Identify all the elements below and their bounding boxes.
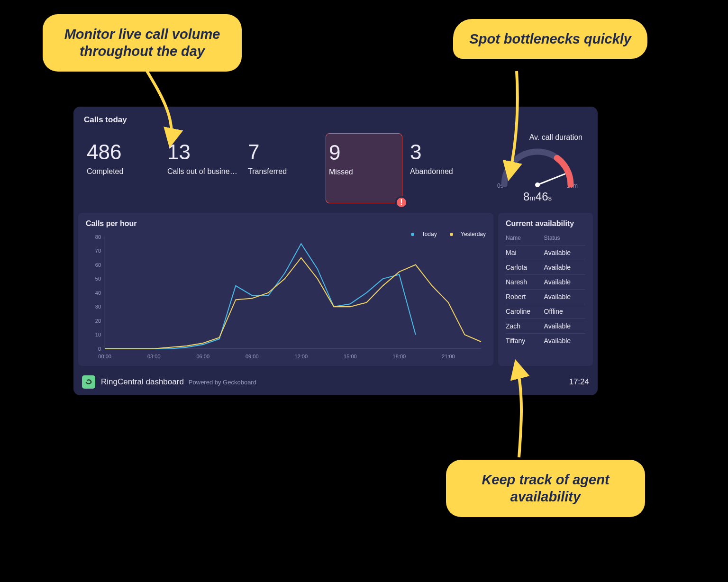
agent-name: Robert [506,290,544,304]
gauge-reading: 8m46s [523,190,552,203]
agent-status: Available [544,334,585,348]
footer-title: RingCentral dashboard [101,377,184,387]
svg-text:21:00: 21:00 [442,353,455,359]
agent-status: Available [544,246,585,260]
legend-today: Today [405,231,437,237]
stat-value: 486 [87,142,157,163]
availability-panel: Current availability Name Status MaiAvai… [498,213,593,366]
table-row: CarlotaAvailable [506,260,585,275]
availability-table: Name Status MaiAvailableCarlotaAvailable… [506,232,585,348]
agent-status: Available [544,319,585,334]
table-row: NareshAvailable [506,275,585,290]
chart-legend: Today Yesterday [400,231,486,237]
lower-row: Calls per hour Today Yesterday 010203040… [73,213,598,371]
callout-monitor: Monitor live call volume throughout the … [43,14,242,72]
stat-label: Missed [329,168,399,176]
table-row: ZachAvailable [506,319,585,334]
stat-missed: 9 Missed ! [326,133,402,203]
agent-status: Available [544,290,585,304]
svg-text:06:00: 06:00 [196,353,209,359]
svg-text:0: 0 [98,346,101,352]
callout-bottlenecks: Spot bottlenecks quickly [453,19,647,59]
stat-label: Completed [87,167,157,176]
svg-line-0 [537,174,565,185]
svg-text:00:00: 00:00 [98,353,111,359]
gauge-arc [497,145,578,187]
callout-availability: Keep track of agent availability [446,460,645,517]
stat-completed: 486 Completed [84,133,160,203]
agent-status: Available [544,275,585,290]
brand-icon [82,375,95,389]
dashboard-card: Calls today 486 Completed 13 Calls out o… [73,107,598,395]
availability-title: Current availability [506,219,585,228]
svg-text:20: 20 [95,318,101,324]
stat-out-of-business: 13 Calls out of busine… [164,133,240,203]
stats-row: 486 Completed 13 Calls out of busine… 7 … [73,128,598,213]
calls-today-title: Calls today [73,107,598,128]
agent-name: Mai [506,246,544,260]
stat-value: 13 [167,142,237,163]
chart-title: Calls per hour [86,219,486,228]
legend-yesterday: Yesterday [444,231,486,237]
agent-status: Available [544,260,585,275]
board-footer: RingCentral dashboard Powered by Geckobo… [73,371,598,395]
agent-name: Caroline [506,304,544,319]
stat-value: 7 [248,142,318,163]
svg-text:10: 10 [95,332,101,337]
stat-label: Abandonned [410,167,480,176]
footer-clock: 17:24 [569,377,589,387]
svg-text:03:00: 03:00 [147,353,161,359]
svg-text:15:00: 15:00 [344,353,357,359]
table-row: CarolineOffline [506,304,585,319]
svg-text:70: 70 [95,248,101,254]
gauge-title: Av. call duration [529,133,582,142]
svg-point-1 [535,182,540,187]
footer-powered: Powered by Geckoboard [189,379,256,386]
calls-per-hour-chart: Calls per hour Today Yesterday 010203040… [78,213,493,366]
agent-name: Tiffany [506,334,544,348]
svg-text:50: 50 [95,276,101,282]
agent-name: Carlota [506,260,544,275]
svg-text:80: 80 [95,234,101,239]
table-row: MaiAvailable [506,246,585,260]
avg-call-duration-gauge: Av. call duration 0s 10m 8m46s [488,133,587,203]
table-row: RobertAvailable [506,290,585,304]
agent-status: Offline [544,304,585,319]
col-status: Status [544,232,585,246]
col-name: Name [506,232,544,246]
svg-text:40: 40 [95,290,101,296]
svg-text:09:00: 09:00 [246,353,259,359]
chart-plot: 0102030405060708000:0003:0006:0009:0012:… [86,232,486,361]
stat-label: Transferred [248,167,318,176]
stat-value: 9 [329,142,399,163]
svg-text:18:00: 18:00 [393,353,406,359]
stat-value: 3 [410,142,480,163]
svg-text:30: 30 [95,304,101,309]
agent-name: Zach [506,319,544,334]
stat-label: Calls out of busine… [167,167,237,176]
agent-name: Naresh [506,275,544,290]
alert-icon: ! [395,196,408,209]
stat-abandoned: 3 Abandonned [407,133,483,203]
svg-text:60: 60 [95,262,101,268]
stat-transferred: 7 Transferred [245,133,321,203]
svg-text:12:00: 12:00 [295,353,308,359]
table-row: TiffanyAvailable [506,334,585,348]
